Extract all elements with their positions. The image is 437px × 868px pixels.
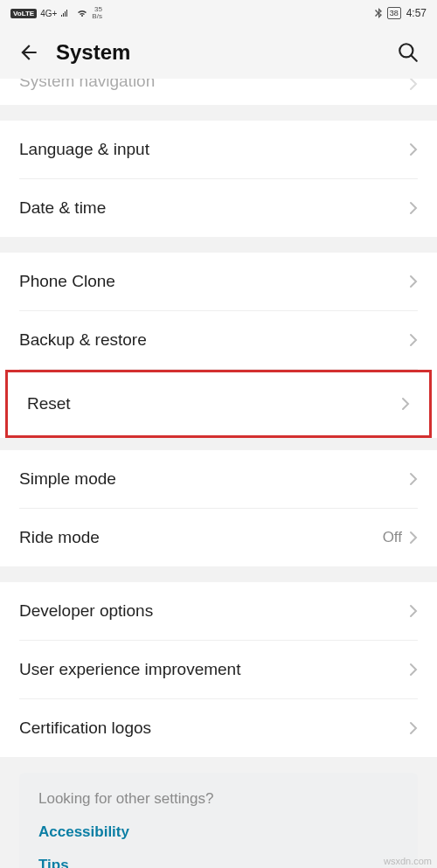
status-bar: VoLTE 4G+ 35 B/s 38 4:57 [0, 0, 437, 26]
chevron-right-icon [409, 721, 418, 735]
app-bar: System [0, 26, 437, 79]
row-label: Simple mode [19, 469, 409, 489]
group-locale: Language & input Date & time [0, 121, 437, 237]
row-ride-mode[interactable]: Ride mode Off [0, 509, 437, 566]
row-value: Off [383, 529, 402, 546]
other-settings-card: Looking for other settings? Accessibilit… [19, 773, 418, 868]
volte-badge: VoLTE [10, 9, 37, 18]
arrow-left-icon [17, 41, 40, 64]
network-indicator: 4G+ [40, 9, 57, 18]
watermark: wsxdn.com [384, 856, 432, 866]
row-label: Language & input [19, 140, 409, 159]
chevron-right-icon [409, 531, 418, 545]
group-clone-backup: Phone Clone Backup & restore Reset [0, 253, 437, 438]
link-tips[interactable]: Tips [38, 857, 399, 868]
row-label: Certification logos [19, 719, 409, 738]
row-label: System navigation [19, 79, 409, 87]
row-system-navigation[interactable]: System navigation [0, 79, 437, 105]
chevron-right-icon [409, 142, 418, 156]
row-backup-restore[interactable]: Backup & restore [0, 311, 437, 369]
row-label: Reset [27, 394, 401, 413]
chevron-right-icon [409, 472, 418, 486]
row-date-time[interactable]: Date & time [0, 179, 437, 237]
row-language-input[interactable]: Language & input [0, 121, 437, 178]
page-title: System [56, 40, 395, 65]
row-user-experience[interactable]: User experience improvement [0, 641, 437, 698]
clock: 4:57 [406, 7, 427, 19]
row-phone-clone[interactable]: Phone Clone [0, 253, 437, 310]
chevron-right-icon [409, 333, 418, 347]
chevron-right-icon [409, 604, 418, 618]
search-button[interactable] [395, 39, 421, 66]
row-label: Phone Clone [19, 272, 409, 291]
data-rate: 35 B/s [92, 6, 102, 20]
highlight-reset: Reset [5, 370, 432, 438]
chevron-right-icon [409, 201, 418, 215]
battery-indicator: 38 [387, 7, 401, 19]
bluetooth-icon [375, 8, 382, 18]
status-right: 38 4:57 [375, 7, 427, 19]
group-modes: Simple mode Ride mode Off [0, 450, 437, 566]
chevron-right-icon [409, 79, 418, 91]
link-accessibility[interactable]: Accessibility [38, 823, 399, 841]
status-left: VoLTE 4G+ 35 B/s [10, 6, 102, 20]
back-button[interactable] [16, 39, 42, 66]
row-reset[interactable]: Reset [8, 372, 429, 435]
other-settings-prompt: Looking for other settings? [38, 790, 399, 808]
row-label: User experience improvement [19, 660, 409, 679]
row-certification-logos[interactable]: Certification logos [0, 699, 437, 757]
chevron-right-icon [409, 274, 418, 288]
row-developer-options[interactable]: Developer options [0, 582, 437, 640]
wifi-icon [76, 9, 88, 17]
chevron-right-icon [409, 663, 418, 677]
row-label: Developer options [19, 601, 409, 621]
chevron-right-icon [401, 397, 410, 411]
row-label: Backup & restore [19, 330, 409, 350]
signal-icon [60, 9, 73, 17]
group-developer: Developer options User experience improv… [0, 582, 437, 757]
row-simple-mode[interactable]: Simple mode [0, 450, 437, 508]
row-label: Date & time [19, 198, 409, 218]
settings-list: System navigation Language & input Date … [0, 79, 437, 868]
search-icon [397, 41, 420, 64]
row-label: Ride mode [19, 528, 383, 547]
